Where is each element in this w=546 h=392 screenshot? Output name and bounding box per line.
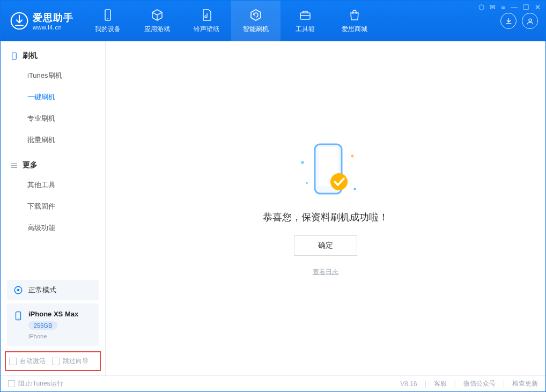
ok-button[interactable]: 确定 bbox=[294, 235, 357, 256]
user-icon bbox=[526, 17, 534, 25]
feedback-icon[interactable]: ✉ bbox=[490, 3, 496, 11]
device-capacity: 256GB bbox=[28, 321, 57, 330]
skip-guide-checkbox[interactable] bbox=[52, 358, 60, 365]
bag-icon bbox=[348, 9, 361, 21]
logo-text: 爱思助手 www.i4.cn bbox=[33, 11, 73, 31]
music-file-icon bbox=[200, 9, 213, 21]
tab-label: 我的设备 bbox=[95, 25, 121, 34]
tab-label: 应用游戏 bbox=[144, 25, 170, 34]
auto-activate-label: 自动激活 bbox=[20, 357, 46, 366]
main-nav: 我的设备 应用游戏 铃声壁纸 智能刷机 工具箱 爱思商城 bbox=[83, 1, 379, 41]
device-meta: iPhone XS Max 256GB iPhone bbox=[28, 310, 78, 339]
main-content: 恭喜您，保资料刷机成功啦！ 确定 查看日志 bbox=[106, 41, 545, 375]
svg-point-9 bbox=[18, 319, 19, 320]
device-mode-card[interactable]: 正常模式 bbox=[7, 280, 99, 300]
sidebar: 刷机 iTunes刷机 一键刷机 专业刷机 批量刷机 更多 其他工具 下载固件 … bbox=[1, 41, 106, 375]
sidebar-group-more: 更多 bbox=[1, 151, 105, 174]
sidebar-item-batch-flash[interactable]: 批量刷机 bbox=[1, 129, 105, 151]
sidebar-group-flash: 刷机 bbox=[1, 41, 105, 65]
svg-point-7 bbox=[17, 289, 20, 292]
tab-my-device[interactable]: 我的设备 bbox=[83, 1, 132, 41]
header-right bbox=[500, 13, 545, 29]
tab-ringtones-wallpapers[interactable]: 铃声壁纸 bbox=[182, 1, 231, 41]
app-logo-icon bbox=[10, 12, 28, 30]
block-itunes-label: 阻止iTunes运行 bbox=[18, 379, 63, 388]
status-bar: 阻止iTunes运行 V8.16 | 客服 | 微信公众号 | 检查更新 bbox=[1, 375, 545, 391]
sidebar-item-itunes-flash[interactable]: iTunes刷机 bbox=[1, 65, 105, 86]
body-area: 刷机 iTunes刷机 一键刷机 专业刷机 批量刷机 更多 其他工具 下载固件 … bbox=[1, 41, 545, 375]
svg-point-2 bbox=[107, 18, 108, 19]
phone-icon bbox=[101, 9, 114, 21]
close-button[interactable]: ✕ bbox=[535, 3, 541, 11]
toolbox-icon bbox=[299, 9, 312, 21]
titlebar-controls: ⬡ ✉ ≡ — ☐ ✕ bbox=[478, 3, 541, 11]
app-website: www.i4.cn bbox=[33, 24, 73, 31]
download-icon bbox=[505, 17, 513, 25]
post-flash-options: 自动激活 跳过向导 bbox=[5, 351, 101, 371]
success-message: 恭喜您，保资料刷机成功啦！ bbox=[263, 211, 388, 224]
mode-label: 正常模式 bbox=[28, 285, 56, 295]
block-itunes-option[interactable]: 阻止iTunes运行 bbox=[8, 379, 63, 388]
tab-label: 智能刷机 bbox=[243, 25, 269, 34]
svg-point-14 bbox=[306, 182, 308, 184]
separator: | bbox=[425, 380, 426, 388]
device-type: iPhone bbox=[28, 333, 78, 339]
view-log-link[interactable]: 查看日志 bbox=[313, 268, 338, 277]
separator: | bbox=[454, 380, 456, 388]
tab-label: 铃声壁纸 bbox=[194, 25, 219, 34]
separator: | bbox=[503, 380, 505, 388]
skip-guide-option[interactable]: 跳过向导 bbox=[52, 357, 88, 366]
downloads-button[interactable] bbox=[500, 13, 517, 29]
skip-guide-label: 跳过向导 bbox=[63, 357, 88, 366]
minimize-button[interactable]: — bbox=[511, 3, 518, 11]
auto-activate-checkbox[interactable] bbox=[9, 358, 17, 365]
phone-outline-icon bbox=[10, 52, 18, 60]
sidebar-item-pro-flash[interactable]: 专业刷机 bbox=[1, 108, 105, 129]
tab-apps-games[interactable]: 应用游戏 bbox=[132, 1, 182, 41]
device-icon bbox=[13, 311, 23, 321]
auto-activate-option[interactable]: 自动激活 bbox=[9, 357, 46, 366]
tab-store[interactable]: 爱思商城 bbox=[330, 1, 379, 41]
success-illustration bbox=[285, 140, 366, 199]
sidebar-bottom: 正常模式 iPhone XS Max 256GB iPhone 自动激活 跳过向… bbox=[1, 277, 105, 375]
customer-service-link[interactable]: 客服 bbox=[434, 379, 447, 388]
tab-smart-flash[interactable]: 智能刷机 bbox=[231, 1, 281, 41]
device-card[interactable]: iPhone XS Max 256GB iPhone bbox=[7, 304, 99, 346]
menu-icon[interactable]: ≡ bbox=[501, 3, 505, 11]
block-itunes-checkbox[interactable] bbox=[8, 380, 15, 387]
version-label: V8.16 bbox=[400, 380, 417, 388]
tab-label: 爱思商城 bbox=[342, 25, 367, 34]
wechat-link[interactable]: 微信公众号 bbox=[463, 379, 496, 388]
logo-block: 爱思助手 www.i4.cn bbox=[1, 11, 83, 31]
tab-toolbox[interactable]: 工具箱 bbox=[281, 1, 330, 41]
account-button[interactable] bbox=[522, 13, 538, 29]
list-icon bbox=[10, 161, 18, 169]
sidebar-item-other-tools[interactable]: 其他工具 bbox=[1, 174, 105, 196]
sidebar-item-advanced[interactable]: 高级功能 bbox=[1, 217, 105, 239]
check-update-link[interactable]: 检查更新 bbox=[512, 379, 538, 388]
normal-mode-icon bbox=[13, 285, 23, 295]
sidebar-item-one-click-flash[interactable]: 一键刷机 bbox=[1, 86, 105, 108]
group-title: 刷机 bbox=[23, 51, 38, 61]
maximize-button[interactable]: ☐ bbox=[523, 3, 529, 11]
group-title: 更多 bbox=[23, 160, 38, 170]
svg-rect-5 bbox=[12, 53, 17, 60]
svg-point-12 bbox=[330, 173, 348, 190]
app-name: 爱思助手 bbox=[33, 11, 73, 24]
app-header: 爱思助手 www.i4.cn 我的设备 应用游戏 铃声壁纸 智能刷机 工具箱 爱… bbox=[1, 1, 545, 41]
svg-point-13 bbox=[351, 155, 354, 158]
refresh-hex-icon bbox=[249, 9, 262, 21]
shirt-icon[interactable]: ⬡ bbox=[478, 3, 484, 11]
svg-point-4 bbox=[529, 19, 532, 21]
tab-label: 工具箱 bbox=[296, 25, 315, 34]
sidebar-item-download-firmware[interactable]: 下载固件 bbox=[1, 196, 105, 217]
device-name: iPhone XS Max bbox=[28, 310, 78, 318]
svg-rect-3 bbox=[300, 13, 310, 19]
cube-icon bbox=[151, 9, 164, 21]
